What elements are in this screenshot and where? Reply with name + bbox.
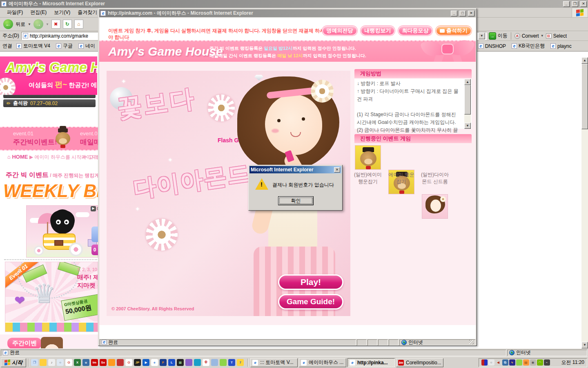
event1-title[interactable]: 주간빅이벤트! xyxy=(13,137,57,147)
play-button[interactable]: Play! xyxy=(278,274,343,290)
utorrent-icon[interactable]: u xyxy=(82,359,89,366)
resize-grip[interactable] xyxy=(469,339,474,344)
jp-app-icon[interactable]: JP xyxy=(134,359,141,366)
taskbar-button[interactable]: ImCorelImpositio... xyxy=(396,358,443,367)
hall-of-fame-button[interactable]: 명예의전당 xyxy=(322,26,357,36)
event-game-caption[interactable]: (일반)에이미행운잡기 xyxy=(352,171,383,185)
half-orb-icon[interactable] xyxy=(481,359,488,366)
carousel-next-button[interactable]: ▶ xyxy=(91,206,96,211)
restore-button[interactable]: ❐ xyxy=(572,1,578,7)
menu-favorites[interactable]: 즐겨찾기 xyxy=(74,8,101,17)
popup-maximize-button[interactable]: □ xyxy=(459,11,466,16)
red-text-icon[interactable]: ※ xyxy=(203,359,209,366)
weekly-game-banner[interactable] xyxy=(26,205,98,258)
site-logo[interactable]: Amy's Game Ho xyxy=(6,60,97,75)
live-icon[interactable]: L xyxy=(168,359,175,366)
network-icon[interactable]: ⧉ xyxy=(502,359,508,366)
back-dropdown-icon[interactable]: ▼ xyxy=(28,22,31,26)
volume-icon[interactable]: ◀ xyxy=(495,359,501,366)
event-game-caption[interactable]: (일반)다이아몬드 신드롬 xyxy=(419,171,450,185)
excel-icon[interactable]: X xyxy=(74,359,81,366)
howto-scroll-up[interactable]: ▲ xyxy=(464,79,471,85)
stop-button[interactable]: ✖ xyxy=(51,20,60,29)
link-dnshop[interactable]: eDNSHOP xyxy=(478,43,506,49)
convert-button[interactable]: A Convert ▼ xyxy=(514,33,544,39)
go-button[interactable]: → 이동 xyxy=(489,32,508,40)
opera2-icon[interactable]: O xyxy=(125,359,132,366)
back-label[interactable]: 뒤로 xyxy=(16,21,25,28)
attendance-bar[interactable]: ✏ 출석왕 07.27~08.02 xyxy=(3,99,96,107)
pill-tray-icon[interactable] xyxy=(516,359,522,366)
scroll-down-button[interactable]: ▼ xyxy=(581,342,588,348)
menu-edit[interactable]: 편집(E) xyxy=(27,8,50,17)
pill-icon[interactable] xyxy=(220,359,227,366)
start-button[interactable]: 시작 xyxy=(1,358,26,367)
forward-dropdown-icon[interactable]: ▼ xyxy=(46,22,49,26)
dialog-titlebar[interactable]: Microsoft Internet Explorer ✕ xyxy=(249,166,341,173)
power-icon[interactable]: ϟ xyxy=(509,359,515,366)
taskbar-button[interactable]: e에이미하우스 ... xyxy=(299,358,346,367)
select-button[interactable]: ▨ Select xyxy=(546,33,567,39)
magnifier-icon[interactable]: ○ xyxy=(488,359,494,366)
corel-im-icon[interactable]: Im xyxy=(91,359,98,366)
opera-icon[interactable]: O xyxy=(65,359,72,366)
event2-title[interactable]: 매일매 xyxy=(80,137,98,147)
popup-titlebar[interactable]: e http://pinkamy.com - 에이미하우스 - Microsof… xyxy=(99,9,476,17)
howto-scroll-thumb[interactable] xyxy=(464,85,471,114)
music-app-icon[interactable]: ♪ xyxy=(48,359,55,366)
seven-icon[interactable]: 7 xyxy=(237,359,244,366)
main-scrollbar[interactable]: ▲ ▼ xyxy=(581,52,588,348)
purple-orb-icon[interactable] xyxy=(185,359,192,366)
disc-icon[interactable]: ◉ xyxy=(530,359,536,366)
firefox-icon[interactable]: F xyxy=(160,359,167,366)
taskbar-button[interactable]: e::: 토마토맥 V... xyxy=(250,358,298,367)
home-link[interactable]: ⌂ HOME xyxy=(7,154,28,160)
blue-marble-icon[interactable] xyxy=(211,359,218,366)
scroll-up-button[interactable]: ▲ xyxy=(581,57,588,64)
home-button[interactable]: ⌂ xyxy=(74,20,83,29)
convert-dropdown-icon[interactable]: ▼ xyxy=(541,34,544,38)
address-dropdown-button[interactable]: ▼ xyxy=(479,33,485,39)
close-button[interactable]: ✕ xyxy=(580,1,587,7)
taskbar-button[interactable]: ehttp://pinka... xyxy=(347,358,395,367)
game-guide-button[interactable]: Game Guide! xyxy=(278,294,343,310)
link-kbbank[interactable]: eKB국민은행 xyxy=(512,43,545,49)
corel-se-icon[interactable]: Se xyxy=(100,359,107,366)
red-orb-icon[interactable] xyxy=(117,359,124,366)
link-naver[interactable]: e네이 xyxy=(78,43,95,49)
plug-icon[interactable]: ⌁ xyxy=(544,359,550,366)
dialog-close-button[interactable]: ✕ xyxy=(334,167,340,173)
popup-minimize-button[interactable]: _ xyxy=(451,11,457,16)
minimize-button[interactable]: _ xyxy=(563,1,570,7)
nvidia-icon[interactable]: ◠ xyxy=(537,359,543,366)
device-icon[interactable]: ▤ xyxy=(523,359,529,366)
tv-app-icon[interactable]: ▦ xyxy=(177,359,184,366)
event-game-caption[interactable]: 에이미 행운잡기 xyxy=(386,171,417,185)
blue-swirl-icon[interactable] xyxy=(194,359,201,366)
side-button-magenta[interactable]: 0 xyxy=(91,245,98,255)
side-button-blue[interactable] xyxy=(91,227,98,242)
refresh-button[interactable]: ↻ xyxy=(63,20,72,29)
howto-scroll-down[interactable]: ▼ xyxy=(464,123,471,129)
link-plaync[interactable]: eplaync xyxy=(550,43,572,49)
sun-app-icon[interactable] xyxy=(108,359,115,366)
ie-icon[interactable]: e xyxy=(151,359,158,366)
event-game-thumb-girl[interactable] xyxy=(422,194,448,219)
show-desktop-icon[interactable]: ❐ xyxy=(31,359,38,366)
event-game-thumb-bear1[interactable] xyxy=(355,145,381,170)
media-player-icon[interactable]: ▶ xyxy=(143,359,149,366)
howto-scrollbar[interactable]: ▲ ▼ xyxy=(464,79,471,129)
windows-update-icon[interactable] xyxy=(552,359,557,365)
back-button[interactable]: ← xyxy=(3,19,13,29)
scroll-thumb[interactable] xyxy=(581,64,588,129)
link-tomatomac[interactable]: e토마토맥 V4 xyxy=(16,43,50,49)
dialog-ok-button[interactable]: 확인 xyxy=(278,196,314,205)
search-app-icon[interactable]: ○ xyxy=(57,359,64,366)
my-ranking-button[interactable]: 내랭킹보기 xyxy=(361,26,395,36)
popup-close-button[interactable]: ✕ xyxy=(468,11,474,16)
event01-card[interactable]: Event 01 ♛ ❤ G마켓상품권 50,000원 1, 2, 3, 10,… xyxy=(5,262,98,332)
forward-button[interactable]: → xyxy=(33,19,43,29)
toto-icon[interactable]: T xyxy=(228,359,235,366)
menu-file[interactable]: 파일(F) xyxy=(3,8,27,17)
menu-view[interactable]: 보기(V) xyxy=(50,8,74,17)
